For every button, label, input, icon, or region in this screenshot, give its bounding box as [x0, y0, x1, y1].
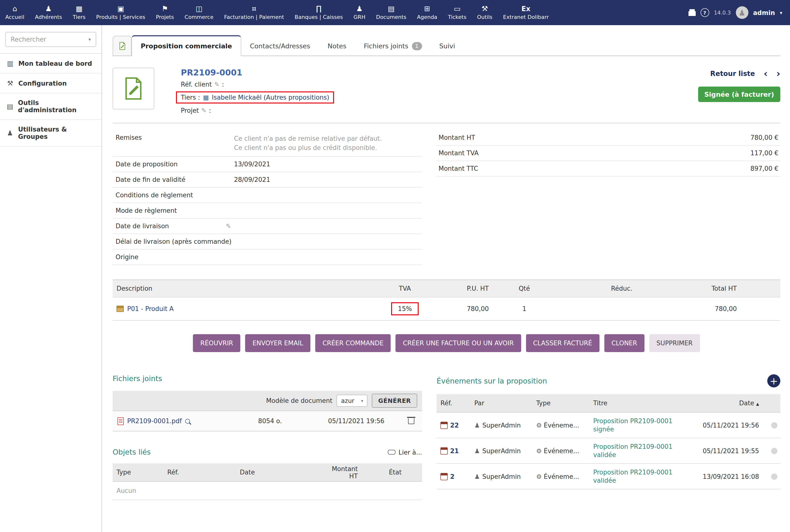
events-title: Événements sur la proposition [437, 377, 547, 385]
help-icon[interactable] [700, 8, 709, 17]
clone-button[interactable]: CLONER [604, 334, 644, 352]
gear-icon [536, 473, 542, 480]
sort-by-date[interactable]: Date▲ [687, 399, 759, 407]
nav-projets[interactable]: ⚑Projets [151, 0, 179, 25]
main-content: Proposition commerciale Contacts/Adresse… [102, 25, 790, 519]
product-link[interactable]: P01 - Produit A [127, 305, 174, 312]
navbar-right: 14.0.3 admin ▾ [688, 0, 790, 25]
projet-line: Projet : [181, 107, 334, 114]
create-order-button[interactable]: CRÉER COMMANDE [315, 334, 391, 352]
print-icon[interactable] [688, 11, 695, 16]
sidebar-menu: ▥Mon tableau de bord ⚒Configuration ▤Out… [0, 54, 101, 147]
events-header: Réf. Par Type Titre Date▲ [437, 394, 780, 413]
back-to-list-link[interactable]: Retour liste [710, 70, 755, 77]
edit-icon[interactable] [226, 223, 231, 230]
edit-icon[interactable] [214, 81, 219, 88]
prev-record-icon[interactable]: ‹ [764, 69, 768, 78]
nav-agenda[interactable]: ⊞Agenda [412, 0, 443, 25]
add-event-button[interactable] [767, 374, 780, 387]
attachment-count-badge: 1 [412, 42, 422, 50]
calendar-icon: ⊞ [424, 5, 430, 13]
event-title-link[interactable]: Proposition PR2109-0001 signée [593, 417, 683, 433]
sidebar-item-configuration[interactable]: ⚒Configuration [0, 74, 101, 93]
nav-adherents[interactable]: ♟Adhérents [30, 0, 68, 25]
nav-accueil[interactable]: ⌂Accueil [0, 0, 30, 25]
field-row-mode-reglement: Mode de règlement [113, 203, 422, 218]
tabs-bar: Proposition commerciale Contacts/Adresse… [113, 36, 780, 56]
linked-objects-empty: Aucun [113, 482, 422, 500]
nav-outils[interactable]: ⚒Outils [471, 0, 498, 25]
tab-notes[interactable]: Notes [319, 36, 355, 56]
nav-banques-caisses[interactable]: ∏Banques | Caisses [289, 0, 348, 25]
tab-proposition-commerciale[interactable]: Proposition commerciale [132, 35, 241, 56]
nav-commerce[interactable]: ◫Commerce [179, 0, 219, 25]
file-date: 05/11/2021 19:56 [285, 417, 384, 425]
folder-icon: ▤ [388, 5, 394, 13]
ref-client-line: Réf. client : [181, 81, 334, 88]
top-navbar: ⌂Accueil ♟Adhérents ▦Tiers ▣Produits | S… [0, 0, 790, 25]
edit-icon[interactable] [201, 107, 207, 114]
nav-tiers[interactable]: ▦Tiers [68, 0, 91, 25]
link-to-link[interactable]: Lier à... [388, 449, 422, 456]
annotation-tiers-box: Tiers : Isabelle Mickaël (Autres proposi… [176, 91, 334, 103]
event-row: 22 SuperAdmin Événeme... Proposition PR2… [437, 413, 780, 438]
event-title-link[interactable]: Proposition PR2109-0001 validée [593, 442, 683, 459]
screenshot: ⌂Accueil ♟Adhérents ▦Tiers ▣Produits | S… [0, 0, 790, 532]
next-record-icon[interactable]: › [776, 69, 781, 78]
totals-table: Montant HT 780,00 € Montant TVA 117,00 €… [437, 130, 780, 265]
sidebar-item-users-groups[interactable]: ♟Utilisateurs & Groupes [0, 120, 101, 147]
linked-objects-table: Type Réf. Date Montant HT État Aucun [113, 463, 422, 500]
sort-asc-icon: ▲ [756, 402, 759, 406]
create-invoice-button[interactable]: CRÉER UNE FACTURE OU UN AVOIR [396, 334, 521, 352]
delete-button[interactable]: SUPPRIMER [649, 334, 700, 352]
discount-note: Ce client n'a pas de remise relative par… [234, 134, 419, 143]
gear-icon [536, 447, 542, 454]
tab-fichiers-joints[interactable]: Fichiers joints1 [355, 36, 430, 56]
banner-info: PR2109-0001 Réf. client : Tiers : Isabel… [181, 68, 334, 114]
event-ref-link[interactable]: 22 [450, 421, 459, 429]
sidebar-item-dashboard[interactable]: ▥Mon tableau de bord [0, 54, 101, 74]
delete-file-icon[interactable] [408, 418, 415, 424]
preview-icon[interactable] [185, 419, 190, 423]
nav-tickets[interactable]: ▭Tickets [443, 0, 472, 25]
banner-right: Retour liste ‹ › Signée (à facturer) [698, 68, 780, 114]
thirdparty-link[interactable]: Isabelle Mickaël (Autres propositions) [212, 94, 329, 101]
event-title-link[interactable]: Proposition PR2109-0001 validée [593, 468, 683, 484]
nav-extranet-dolibarr[interactable]: ExExtranet Dolibarr [498, 0, 554, 25]
nav-grh[interactable]: ♟GRH [348, 0, 371, 25]
store-icon: ◫ [196, 5, 203, 13]
proposal-thumbnail[interactable] [113, 68, 154, 109]
total-row-ttc: Montant TTC 897,00 € [437, 161, 780, 176]
user-icon [474, 447, 480, 454]
generate-button[interactable]: GÉNÉRER [372, 394, 417, 408]
event-ref-link[interactable]: 21 [450, 447, 459, 454]
details-columns: Remises Ce client n'a pas de remise rela… [113, 130, 780, 265]
search-input[interactable]: Rechercher [5, 32, 96, 47]
nav-produits-services[interactable]: ▣Produits | Services [91, 0, 151, 25]
chevron-down-icon[interactable]: ▾ [780, 10, 782, 15]
extranet-icon: Ex [521, 5, 531, 13]
user-icon [474, 473, 480, 480]
nav-facturation-paiement[interactable]: ¤Facturation | Paiement [219, 0, 289, 25]
file-size: 8054 o. [258, 417, 282, 425]
reopen-button[interactable]: RÉOUVRIR [193, 334, 240, 352]
building-icon: ▦ [76, 5, 82, 13]
record-nav: Retour liste ‹ › [710, 69, 780, 78]
send-email-button[interactable]: ENVOYER EMAIL [245, 334, 310, 352]
set-billed-button[interactable]: CLASSER FACTURÉ [526, 334, 599, 352]
proposal-picto-tab[interactable] [113, 36, 132, 56]
field-row-origine: Origine [113, 250, 422, 265]
calendar-icon [440, 473, 448, 480]
event-ref-link[interactable]: 2 [450, 473, 455, 480]
nav-documents[interactable]: ▤Documents [371, 0, 411, 25]
tab-contacts-adresses[interactable]: Contacts/Adresses [241, 36, 319, 56]
attachments-header: Modèle de document azur GÉNÉRER [113, 391, 422, 411]
tab-suivi[interactable]: Suivi [430, 36, 464, 56]
lines-table: Description TVA P.U. HT Qté Réduc. Total… [113, 280, 780, 321]
user-menu[interactable]: admin [753, 9, 775, 16]
avatar[interactable] [736, 6, 748, 19]
field-row-date-livraison: Date de livraison [113, 218, 422, 234]
document-model-select[interactable]: azur [337, 395, 368, 407]
sidebar-item-admin-tools[interactable]: ▤Outils d'administration [0, 93, 101, 120]
file-link[interactable]: PR2109-0001.pdf [127, 417, 182, 425]
